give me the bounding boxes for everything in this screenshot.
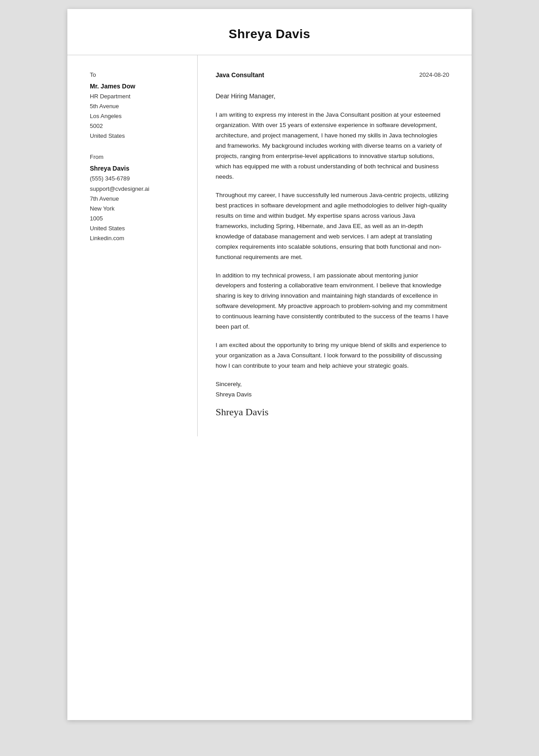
from-label: From [90, 154, 184, 160]
signature: Shreya Davis [216, 404, 449, 420]
paragraph-4: I am excited about the opportunity to br… [216, 340, 449, 371]
closing-word: Sincerely, [216, 379, 449, 390]
header: Shreya Davis [67, 9, 472, 55]
body-section: To Mr. James Dow HR Department 5th Avenu… [67, 55, 472, 436]
page: Shreya Davis To Mr. James Dow HR Departm… [67, 9, 472, 720]
recipient-country: United States [90, 131, 184, 141]
sender-email: support@cvdesigner.ai [90, 184, 184, 194]
sender-name: Shreya Davis [90, 165, 184, 172]
sender-street: 7th Avenue [90, 194, 184, 204]
recipient-postal: 5002 [90, 121, 184, 131]
greeting: Dear Hiring Manager, [216, 91, 449, 101]
recipient-department: HR Department [90, 92, 184, 101]
sender-postal: 1005 [90, 214, 184, 224]
recipient-name: Mr. James Dow [90, 83, 184, 90]
right-column: Java Consultant 2024-08-20 Dear Hiring M… [198, 55, 472, 436]
paragraph-1: I am writing to express my interest in t… [216, 110, 449, 182]
sender-country: United States [90, 224, 184, 233]
job-title: Java Consultant [216, 71, 264, 79]
paragraph-3: In addition to my technical prowess, I a… [216, 271, 449, 333]
sender-name-closing: Shreya Davis [216, 390, 449, 400]
paragraph-2: Throughout my career, I have successfull… [216, 190, 449, 263]
sender-block: Shreya Davis (555) 345-6789 support@cvde… [90, 165, 184, 243]
sender-phone: (555) 345-6789 [90, 174, 184, 184]
sender-city: New York [90, 204, 184, 214]
closing-line: Sincerely, Shreya Davis Shreya Davis [216, 379, 449, 420]
candidate-name: Shreya Davis [94, 27, 445, 41]
from-section: From Shreya Davis (555) 345-6789 support… [90, 154, 184, 243]
recipient-block: Mr. James Dow HR Department 5th Avenue L… [90, 83, 184, 141]
recipient-city: Los Angeles [90, 111, 184, 121]
sender-website: Linkedin.com [90, 233, 184, 243]
left-column: To Mr. James Dow HR Department 5th Avenu… [67, 55, 198, 436]
letter-date: 2024-08-20 [420, 71, 450, 78]
right-header: Java Consultant 2024-08-20 [216, 71, 449, 79]
recipient-street: 5th Avenue [90, 101, 184, 111]
to-label: To [90, 71, 184, 78]
